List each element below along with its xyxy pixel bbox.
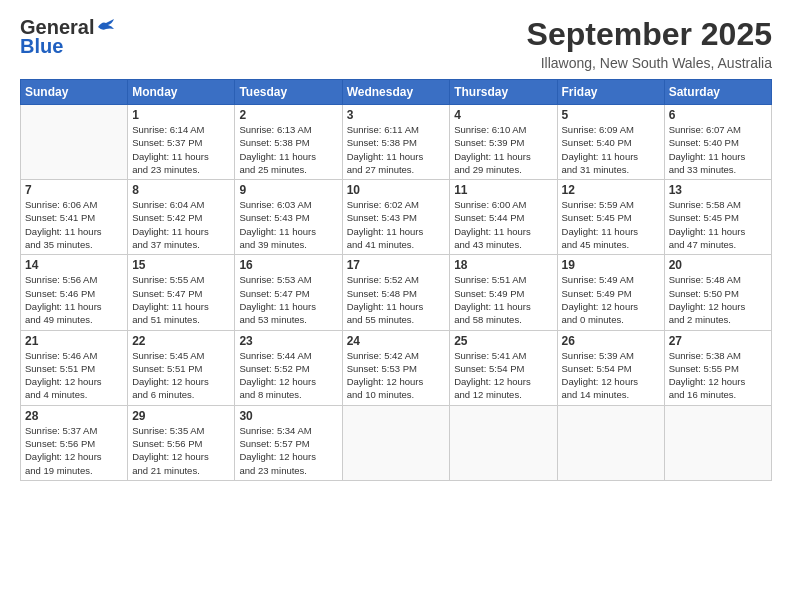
day-number: 25: [454, 334, 552, 348]
day-info: Sunrise: 6:06 AM Sunset: 5:41 PM Dayligh…: [25, 198, 123, 251]
day-info: Sunrise: 6:04 AM Sunset: 5:42 PM Dayligh…: [132, 198, 230, 251]
day-number: 4: [454, 108, 552, 122]
day-number: 1: [132, 108, 230, 122]
calendar-cell: 27Sunrise: 5:38 AM Sunset: 5:55 PM Dayli…: [664, 330, 771, 405]
calendar-cell: [21, 105, 128, 180]
calendar-table: SundayMondayTuesdayWednesdayThursdayFrid…: [20, 79, 772, 481]
logo-bird-icon: [96, 19, 116, 35]
calendar-week-row: 28Sunrise: 5:37 AM Sunset: 5:56 PM Dayli…: [21, 405, 772, 480]
calendar-cell: [342, 405, 450, 480]
day-info: Sunrise: 5:38 AM Sunset: 5:55 PM Dayligh…: [669, 349, 767, 402]
calendar-cell: 30Sunrise: 5:34 AM Sunset: 5:57 PM Dayli…: [235, 405, 342, 480]
calendar-cell: 11Sunrise: 6:00 AM Sunset: 5:44 PM Dayli…: [450, 180, 557, 255]
day-number: 2: [239, 108, 337, 122]
day-info: Sunrise: 5:52 AM Sunset: 5:48 PM Dayligh…: [347, 273, 446, 326]
day-number: 27: [669, 334, 767, 348]
calendar-cell: 13Sunrise: 5:58 AM Sunset: 5:45 PM Dayli…: [664, 180, 771, 255]
day-number: 24: [347, 334, 446, 348]
day-number: 29: [132, 409, 230, 423]
day-info: Sunrise: 5:46 AM Sunset: 5:51 PM Dayligh…: [25, 349, 123, 402]
day-info: Sunrise: 5:44 AM Sunset: 5:52 PM Dayligh…: [239, 349, 337, 402]
calendar-cell: 4Sunrise: 6:10 AM Sunset: 5:39 PM Daylig…: [450, 105, 557, 180]
day-number: 7: [25, 183, 123, 197]
logo-blue: Blue: [20, 35, 63, 58]
day-info: Sunrise: 5:55 AM Sunset: 5:47 PM Dayligh…: [132, 273, 230, 326]
weekday-header-sunday: Sunday: [21, 80, 128, 105]
calendar-cell: 3Sunrise: 6:11 AM Sunset: 5:38 PM Daylig…: [342, 105, 450, 180]
header: General Blue September 2025 Illawong, Ne…: [20, 16, 772, 71]
calendar-cell: 28Sunrise: 5:37 AM Sunset: 5:56 PM Dayli…: [21, 405, 128, 480]
day-number: 19: [562, 258, 660, 272]
calendar-cell: 12Sunrise: 5:59 AM Sunset: 5:45 PM Dayli…: [557, 180, 664, 255]
day-number: 26: [562, 334, 660, 348]
day-number: 12: [562, 183, 660, 197]
weekday-header-wednesday: Wednesday: [342, 80, 450, 105]
day-info: Sunrise: 5:49 AM Sunset: 5:49 PM Dayligh…: [562, 273, 660, 326]
calendar-cell: 16Sunrise: 5:53 AM Sunset: 5:47 PM Dayli…: [235, 255, 342, 330]
day-info: Sunrise: 6:13 AM Sunset: 5:38 PM Dayligh…: [239, 123, 337, 176]
day-info: Sunrise: 6:09 AM Sunset: 5:40 PM Dayligh…: [562, 123, 660, 176]
calendar-cell: 22Sunrise: 5:45 AM Sunset: 5:51 PM Dayli…: [128, 330, 235, 405]
calendar-cell: 5Sunrise: 6:09 AM Sunset: 5:40 PM Daylig…: [557, 105, 664, 180]
day-number: 22: [132, 334, 230, 348]
day-info: Sunrise: 5:35 AM Sunset: 5:56 PM Dayligh…: [132, 424, 230, 477]
calendar-cell: 21Sunrise: 5:46 AM Sunset: 5:51 PM Dayli…: [21, 330, 128, 405]
day-number: 28: [25, 409, 123, 423]
day-info: Sunrise: 5:41 AM Sunset: 5:54 PM Dayligh…: [454, 349, 552, 402]
day-number: 15: [132, 258, 230, 272]
day-info: Sunrise: 6:11 AM Sunset: 5:38 PM Dayligh…: [347, 123, 446, 176]
day-info: Sunrise: 5:42 AM Sunset: 5:53 PM Dayligh…: [347, 349, 446, 402]
day-number: 9: [239, 183, 337, 197]
day-number: 5: [562, 108, 660, 122]
calendar-cell: 26Sunrise: 5:39 AM Sunset: 5:54 PM Dayli…: [557, 330, 664, 405]
calendar-cell: 20Sunrise: 5:48 AM Sunset: 5:50 PM Dayli…: [664, 255, 771, 330]
calendar-cell: 17Sunrise: 5:52 AM Sunset: 5:48 PM Dayli…: [342, 255, 450, 330]
logo: General Blue: [20, 16, 116, 58]
day-info: Sunrise: 5:51 AM Sunset: 5:49 PM Dayligh…: [454, 273, 552, 326]
day-info: Sunrise: 5:48 AM Sunset: 5:50 PM Dayligh…: [669, 273, 767, 326]
calendar-cell: 15Sunrise: 5:55 AM Sunset: 5:47 PM Dayli…: [128, 255, 235, 330]
day-number: 16: [239, 258, 337, 272]
day-info: Sunrise: 5:39 AM Sunset: 5:54 PM Dayligh…: [562, 349, 660, 402]
calendar-cell: 24Sunrise: 5:42 AM Sunset: 5:53 PM Dayli…: [342, 330, 450, 405]
day-info: Sunrise: 5:58 AM Sunset: 5:45 PM Dayligh…: [669, 198, 767, 251]
calendar-cell: 8Sunrise: 6:04 AM Sunset: 5:42 PM Daylig…: [128, 180, 235, 255]
day-info: Sunrise: 6:07 AM Sunset: 5:40 PM Dayligh…: [669, 123, 767, 176]
day-number: 10: [347, 183, 446, 197]
calendar-cell: [557, 405, 664, 480]
calendar-cell: 6Sunrise: 6:07 AM Sunset: 5:40 PM Daylig…: [664, 105, 771, 180]
day-info: Sunrise: 5:37 AM Sunset: 5:56 PM Dayligh…: [25, 424, 123, 477]
weekday-header-friday: Friday: [557, 80, 664, 105]
weekday-header-thursday: Thursday: [450, 80, 557, 105]
calendar-week-row: 1Sunrise: 6:14 AM Sunset: 5:37 PM Daylig…: [21, 105, 772, 180]
day-number: 8: [132, 183, 230, 197]
calendar-week-row: 7Sunrise: 6:06 AM Sunset: 5:41 PM Daylig…: [21, 180, 772, 255]
day-number: 18: [454, 258, 552, 272]
day-number: 20: [669, 258, 767, 272]
calendar-cell: 9Sunrise: 6:03 AM Sunset: 5:43 PM Daylig…: [235, 180, 342, 255]
calendar-cell: 7Sunrise: 6:06 AM Sunset: 5:41 PM Daylig…: [21, 180, 128, 255]
day-info: Sunrise: 6:10 AM Sunset: 5:39 PM Dayligh…: [454, 123, 552, 176]
day-info: Sunrise: 6:00 AM Sunset: 5:44 PM Dayligh…: [454, 198, 552, 251]
calendar-cell: 18Sunrise: 5:51 AM Sunset: 5:49 PM Dayli…: [450, 255, 557, 330]
calendar-cell: 14Sunrise: 5:56 AM Sunset: 5:46 PM Dayli…: [21, 255, 128, 330]
calendar-cell: 2Sunrise: 6:13 AM Sunset: 5:38 PM Daylig…: [235, 105, 342, 180]
calendar-cell: 29Sunrise: 5:35 AM Sunset: 5:56 PM Dayli…: [128, 405, 235, 480]
day-number: 30: [239, 409, 337, 423]
day-number: 17: [347, 258, 446, 272]
location: Illawong, New South Wales, Australia: [527, 55, 772, 71]
day-number: 23: [239, 334, 337, 348]
day-number: 6: [669, 108, 767, 122]
calendar-cell: [450, 405, 557, 480]
day-info: Sunrise: 5:34 AM Sunset: 5:57 PM Dayligh…: [239, 424, 337, 477]
calendar-cell: 10Sunrise: 6:02 AM Sunset: 5:43 PM Dayli…: [342, 180, 450, 255]
day-info: Sunrise: 5:45 AM Sunset: 5:51 PM Dayligh…: [132, 349, 230, 402]
weekday-header-tuesday: Tuesday: [235, 80, 342, 105]
day-info: Sunrise: 5:53 AM Sunset: 5:47 PM Dayligh…: [239, 273, 337, 326]
calendar-cell: 1Sunrise: 6:14 AM Sunset: 5:37 PM Daylig…: [128, 105, 235, 180]
day-info: Sunrise: 6:14 AM Sunset: 5:37 PM Dayligh…: [132, 123, 230, 176]
weekday-header-row: SundayMondayTuesdayWednesdayThursdayFrid…: [21, 80, 772, 105]
calendar-cell: 23Sunrise: 5:44 AM Sunset: 5:52 PM Dayli…: [235, 330, 342, 405]
day-info: Sunrise: 6:02 AM Sunset: 5:43 PM Dayligh…: [347, 198, 446, 251]
day-number: 21: [25, 334, 123, 348]
